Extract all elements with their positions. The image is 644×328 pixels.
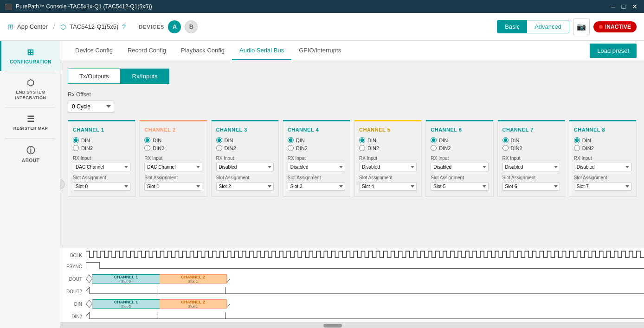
channel-3-din-radio-label[interactable]: DIN (216, 137, 274, 143)
channel-4-rx-input-select[interactable]: DisabledDAC Channel (288, 163, 345, 171)
channel-1-din-radio[interactable] (73, 137, 79, 143)
channel-3-title: CHANNEL 3 (216, 127, 274, 132)
bclk-waveform (86, 250, 644, 259)
channel-8-din2-radio-label[interactable]: DIN2 (574, 145, 631, 151)
channel-8-slot-label: Slot Assignment (574, 175, 631, 180)
channel-6-rx-input-select[interactable]: DisabledDAC Channel (431, 163, 488, 171)
help-icon[interactable]: ? (122, 23, 126, 31)
channel-4-rx-input-label: RX Input (288, 156, 345, 161)
channel-2-slot-select[interactable]: Slot-0Slot-1Slot-2Slot-3Slot-4Slot-5Slot… (144, 182, 202, 191)
channel-1-slot-select[interactable]: Slot-0Slot-1Slot-2Slot-3Slot-4Slot-5Slot… (73, 182, 130, 191)
sidebar-item-register-map[interactable]: ☰ REGISTER MAP (0, 107, 60, 138)
channel-6-din-radio-label[interactable]: DIN (431, 137, 488, 143)
channel-8-din-radio-label[interactable]: DIN (574, 137, 631, 143)
channel-7-din-radio[interactable] (502, 137, 509, 143)
din-channel1-block: CHANNEL 1 Slot-0 (92, 299, 160, 309)
channel-1-din-radio-label[interactable]: DIN (73, 137, 130, 143)
channel-1-din2-radio[interactable] (73, 145, 79, 151)
channel-5-slot-label: Slot Assignment (359, 175, 417, 180)
channel-7-din-radio-label[interactable]: DIN (502, 137, 560, 143)
channel-5-slot-select[interactable]: Slot-0Slot-1Slot-2Slot-3Slot-4Slot-5Slot… (359, 182, 417, 191)
tx-outputs-button[interactable]: Tx/Outputs (68, 69, 121, 84)
dout-start-chevron (86, 274, 92, 284)
channel-5-din-radio[interactable] (359, 137, 365, 143)
channel-2-din2-radio-label[interactable]: DIN2 (144, 145, 202, 151)
channel-8-din-radio[interactable] (574, 137, 580, 143)
horizontal-scrollbar[interactable] (60, 322, 644, 328)
sidebar-item-configuration[interactable]: ⊞ CONFIGURATION (0, 41, 60, 71)
channel-7-din2-radio[interactable] (502, 145, 509, 151)
channel-4-slot-select[interactable]: Slot-0Slot-1Slot-2Slot-3Slot-4Slot-5Slot… (288, 182, 345, 191)
channel-grid: CHANNEL 1 DIN DIN2 RX Input DisabledDAC … (68, 120, 637, 197)
channel-8-radio-group: DIN DIN2 (574, 137, 631, 151)
channel-6-din2-radio[interactable] (431, 145, 437, 151)
channel-5-rx-input-select[interactable]: DisabledDAC Channel (359, 163, 417, 171)
sidebar-item-about[interactable]: ⓘ ABOUT (0, 139, 60, 170)
tab-record-config[interactable]: Record Config (120, 41, 174, 60)
close-button[interactable]: ✕ (630, 3, 639, 10)
channel-1-rx-input-select[interactable]: DisabledDAC Channel (73, 163, 130, 171)
channel-2-din2-radio[interactable] (144, 145, 150, 151)
channel-4-din-radio[interactable] (288, 137, 294, 143)
channel-7-rx-input-label: RX Input (502, 156, 560, 161)
rx-inputs-button[interactable]: Rx/Inputs (121, 69, 169, 84)
tab-audio-serial-bus[interactable]: Audio Serial Bus (232, 41, 291, 60)
channel-4-din2-radio-label[interactable]: DIN2 (288, 145, 345, 151)
channel-2-title: CHANNEL 2 (144, 127, 202, 132)
channel-6-din2-radio-label[interactable]: DIN2 (431, 145, 488, 151)
scrollbar-thumb[interactable] (323, 324, 342, 328)
tab-gpio-interrupts[interactable]: GPIO/Interrupts (291, 41, 348, 60)
channel-7-din2-radio-label[interactable]: DIN2 (502, 145, 560, 151)
channel-6-card: CHANNEL 6 DIN DIN2 RX Input DisabledDAC … (425, 120, 493, 197)
channel-7-rx-input-select[interactable]: DisabledDAC Channel (502, 163, 560, 171)
titlebar: ⬛ PurePath™ Console -TAC5x1x-Q1 (TAC5412… (0, 0, 644, 13)
channel-2-rx-input-select[interactable]: DisabledDAC Channel (144, 163, 202, 171)
device-a-badge[interactable]: A (168, 20, 181, 33)
titlebar-controls[interactable]: – □ ✕ (610, 3, 639, 10)
content-area: Tx/Outputs Rx/Inputs Rx Offset 0 Cycle 1… (60, 61, 644, 248)
channel-3-slot-select[interactable]: Slot-0Slot-1Slot-2Slot-3Slot-4Slot-5Slot… (216, 182, 274, 191)
channel-4-din-radio-label[interactable]: DIN (288, 137, 345, 143)
channel-5-din-radio-label[interactable]: DIN (359, 137, 417, 143)
sidebar-label-configuration: CONFIGURATION (10, 59, 52, 64)
channel-2-din-radio[interactable] (144, 137, 150, 143)
channel-7-slot-select[interactable]: Slot-0Slot-1Slot-2Slot-3Slot-4Slot-5Slot… (502, 182, 560, 191)
device-b-badge[interactable]: B (185, 20, 198, 33)
sidebar-label-about: ABOUT (22, 158, 39, 163)
channel-4-din2-radio[interactable] (288, 145, 294, 151)
app-center-label[interactable]: App Center (17, 23, 48, 30)
channel-6-slot-select[interactable]: Slot-0Slot-1Slot-2Slot-3Slot-4Slot-5Slot… (431, 182, 488, 191)
channel-3-din2-radio-label[interactable]: DIN2 (216, 145, 274, 151)
channel-8-slot-select[interactable]: Slot-0Slot-1Slot-2Slot-3Slot-4Slot-5Slot… (574, 182, 631, 191)
channel-7-slot-label: Slot Assignment (502, 175, 560, 180)
channel-3-din-radio[interactable] (216, 137, 222, 143)
tab-playback-config[interactable]: Playback Config (174, 41, 232, 60)
channel-5-din2-radio[interactable] (359, 145, 365, 151)
maximize-button[interactable]: □ (620, 3, 627, 10)
advanced-tab-button[interactable]: Advanced (527, 20, 569, 33)
channel-3-din2-radio[interactable] (216, 145, 222, 151)
channel-1-din2-radio-label[interactable]: DIN2 (73, 145, 130, 151)
rx-offset-select[interactable]: 0 Cycle 1 Cycle 2 Cycles (68, 101, 114, 113)
sidebar-item-end-system[interactable]: ⬡ END SYSTEMINTEGRATION (0, 71, 60, 107)
channel-6-din-radio[interactable] (431, 137, 437, 143)
bclk-row: BCLK (60, 250, 644, 260)
titlebar-title: PurePath™ Console -TAC5x1x-Q1 (TAC5412-Q… (16, 3, 152, 10)
tab-device-config[interactable]: Device Config (68, 41, 120, 60)
din2-label: DIN2 (60, 314, 86, 319)
inactive-badge: INACTIVE (593, 21, 637, 32)
fsync-signal (86, 261, 644, 271)
channel-5-din2-radio-label[interactable]: DIN2 (359, 145, 417, 151)
screenshot-button[interactable]: 📷 (573, 19, 590, 35)
channel-3-rx-input-select[interactable]: DisabledDAC Channel (216, 163, 274, 171)
channel-2-radio-group: DIN DIN2 (144, 137, 202, 151)
basic-tab-button[interactable]: Basic (497, 20, 527, 33)
about-icon: ⓘ (26, 145, 35, 156)
channel-8-din2-radio[interactable] (574, 145, 580, 151)
channel-2-din-radio-label[interactable]: DIN (144, 137, 202, 143)
channel-8-rx-input-select[interactable]: DisabledDAC Channel (574, 163, 631, 171)
channel-2-slot-label: Slot Assignment (144, 175, 202, 180)
load-preset-button[interactable]: Load preset (590, 44, 637, 58)
channel-6-rx-input-label: RX Input (431, 156, 488, 161)
minimize-button[interactable]: – (610, 3, 617, 10)
